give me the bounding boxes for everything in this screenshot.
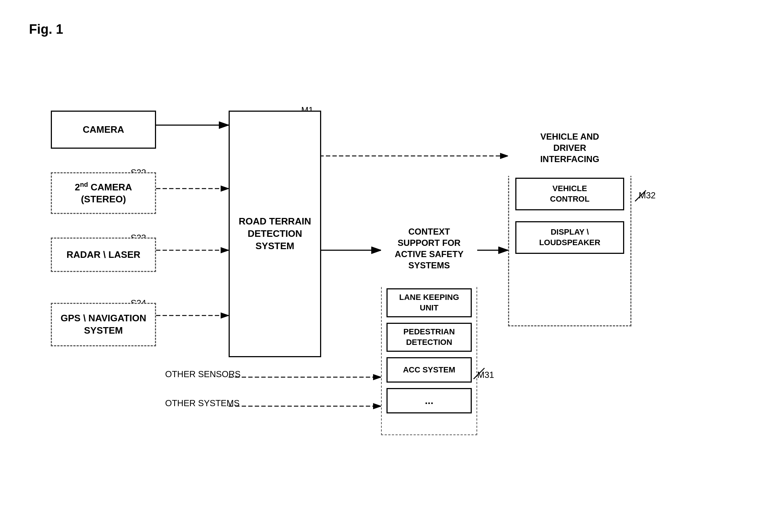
road-terrain-box: ROAD TERRAINDETECTIONSYSTEM bbox=[229, 111, 321, 357]
fig-title: Fig. 1 bbox=[29, 22, 63, 37]
context-support-label: CONTEXTSUPPORT FORACTIVE SAFETYSYSTEMS bbox=[381, 210, 477, 286]
vehicle-control-box: VEHICLECONTROL bbox=[515, 178, 624, 210]
svg-line-11 bbox=[635, 190, 646, 201]
gps-box: GPS \ NAVIGATIONSYSTEM bbox=[51, 303, 156, 346]
display-box: DISPLAY \LOUDSPEAKER bbox=[515, 221, 624, 254]
acc-system-box: ACC SYSTEM bbox=[386, 357, 472, 383]
camera-box: CAMERA bbox=[51, 111, 156, 149]
other-sensors-label: OTHER SENSORS bbox=[165, 369, 241, 379]
pedestrian-box: PEDESTRIANDETECTION bbox=[386, 323, 472, 352]
radar-box: RADAR \ LASER bbox=[51, 238, 156, 272]
other-systems-label: OTHER SYSTEMS bbox=[165, 398, 240, 408]
svg-line-12 bbox=[474, 368, 484, 379]
camera2-box: 2nd CAMERA(STEREO) bbox=[51, 172, 156, 214]
lane-keeping-box: LANE KEEPINGUNIT bbox=[386, 288, 472, 317]
vehicle-driver-label: VEHICLE ANDDRIVERINTERFACING bbox=[508, 120, 631, 176]
ellipsis-box: ... bbox=[386, 388, 472, 413]
